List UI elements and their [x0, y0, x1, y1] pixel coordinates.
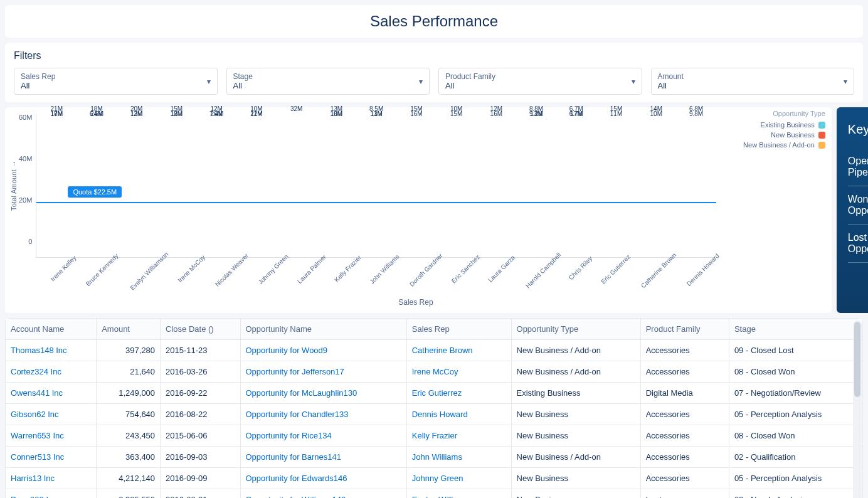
quota-line	[36, 202, 716, 203]
bar-column[interactable]: 9.2M13M8.8M	[516, 114, 556, 257]
table-cell: 2015-11-23	[161, 340, 240, 361]
bar-column[interactable]: 12M13M20M	[117, 114, 157, 257]
table-cell: Warren653 Inc	[6, 425, 97, 447]
table-cell: 1,249,000	[97, 383, 161, 404]
bar-column[interactable]: 16M12M	[476, 114, 516, 257]
table-header[interactable]: Account Name	[6, 319, 97, 340]
table-cell: Thomas148 Inc	[6, 340, 97, 361]
bar-column[interactable]: 10M14M	[636, 114, 676, 257]
table-cell: Opportunity for Chandler133	[240, 404, 406, 425]
table-cell: Dean902 Inc	[6, 489, 97, 499]
chevron-down-icon: ▾	[207, 77, 211, 86]
bar-column[interactable]: 11M13M8.5M	[356, 114, 396, 257]
filters-card: Filters Sales RepAll▾StageAll▾Product Fa…	[5, 43, 863, 102]
bar-column[interactable]: 11M15M	[596, 114, 637, 257]
table-cell: 754,640	[97, 404, 161, 425]
x-axis-title: Sales Rep	[9, 298, 823, 307]
table-cell: 03 - Needs Analysis	[729, 489, 862, 499]
metric-row: Open Pipeline231.4M	[848, 148, 868, 186]
bar-column[interactable]: 18M17M21M	[36, 114, 77, 257]
bar-column[interactable]: 32M	[277, 114, 317, 257]
table-cell: New Business	[511, 489, 640, 499]
table-header[interactable]: Close Date ()	[161, 319, 240, 340]
table-cell: 2016-09-09	[161, 468, 240, 489]
table-cell: 2016-08-22	[161, 404, 240, 425]
key-metrics-card: Key Metrics Open Pipeline231.4MWon Oppor…	[837, 107, 868, 313]
bar-top-label: 21M	[46, 105, 67, 112]
table-row[interactable]: Warren653 Inc243,4502015-06-06Opportunit…	[6, 425, 863, 447]
bar-top-label: 15M	[406, 105, 427, 112]
bar-top-label: 15M	[606, 105, 627, 112]
table-cell: Opportunity for Rice134	[240, 425, 406, 447]
table-cell: 2,305,550	[97, 489, 161, 499]
table-cell: Conner513 Inc	[6, 447, 97, 468]
bar-top-label: 20M	[126, 105, 147, 112]
bar-top-label: 6.7M	[566, 105, 587, 112]
table-header[interactable]: Amount	[97, 319, 161, 340]
chart-plot[interactable]: 18M17M21M6.5M24M18M12M13M20M12M18M15M7.4…	[36, 114, 716, 258]
table-header[interactable]: Sales Rep	[406, 319, 511, 340]
table-cell: Accessories	[640, 340, 729, 361]
opportunity-table-card: Account NameAmountClose Date ()Opportuni…	[5, 318, 863, 498]
scroll-thumb[interactable]	[854, 322, 860, 397]
bar-column[interactable]: 6.5M24M18M	[77, 114, 117, 257]
metric-label: Won Opportunities	[848, 194, 868, 216]
table-cell: John Williams	[406, 447, 511, 468]
table-row[interactable]: Conner513 Inc363,4002016-09-03Opportunit…	[6, 447, 863, 468]
filter-amount[interactable]: AmountAll▾	[651, 68, 855, 95]
bar-column[interactable]: 11M22M10M	[236, 114, 277, 257]
table-cell: Gibson62 Inc	[6, 404, 97, 425]
table-row[interactable]: Owens441 Inc1,249,0002016-09-22Opportuni…	[6, 383, 863, 404]
table-cell: 397,280	[97, 340, 161, 361]
table-cell: 07 - Negotiation/Review	[729, 383, 862, 404]
bar-column[interactable]: 7.4M26M12M	[196, 114, 236, 257]
table-cell: Accessories	[640, 361, 729, 383]
table-cell: 2016-09-03	[161, 447, 240, 468]
table-cell: Opportunity for Williams149	[240, 489, 406, 499]
chevron-down-icon: ▾	[844, 77, 847, 86]
bar-column[interactable]: 10M18M13M	[317, 114, 357, 257]
table-cell: Johnny Green	[406, 468, 511, 489]
bar-column[interactable]: 6.7M17M6.7M	[556, 114, 596, 257]
bar-column[interactable]: 12M18M15M	[157, 114, 197, 257]
metric-label: Lost Opportunities	[848, 232, 868, 255]
bar-column[interactable]: 16M15M	[396, 114, 437, 257]
table-cell: 363,400	[97, 447, 161, 468]
table-cell: 09 - Closed Lost	[729, 340, 862, 361]
table-cell: New Business / Add-on	[511, 361, 640, 383]
table-row[interactable]: Dean902 Inc2,305,5502016-08-21Opportunit…	[6, 489, 863, 499]
table-row[interactable]: Cortez324 Inc21,6402016-03-26Opportunity…	[6, 361, 863, 383]
filter-sales-rep[interactable]: Sales RepAll▾	[14, 68, 218, 95]
page-title: Sales Performance	[13, 13, 855, 30]
bar-top-label: 13M	[326, 105, 347, 112]
metric-row: Lost Opportunities139.9M	[848, 225, 868, 263]
table-scrollbar[interactable]	[853, 321, 862, 498]
table-header[interactable]: Opportunity Name	[240, 319, 406, 340]
bar-top-label: 14M	[645, 105, 667, 112]
table-cell: Opportunity for Wood9	[240, 340, 406, 361]
table-row[interactable]: Gibson62 Inc754,6402016-08-22Opportunity…	[6, 404, 863, 425]
table-header[interactable]: Opportunity Type	[511, 319, 640, 340]
bar-column[interactable]: 9.8M6.8M	[676, 114, 716, 257]
table-row[interactable]: Harris13 Inc4,212,1402016-09-09Opportuni…	[6, 468, 863, 489]
table-cell: Eric Gutierrez	[406, 383, 511, 404]
filter-product-family[interactable]: Product FamilyAll▾	[438, 68, 642, 95]
table-cell: Opportunity for Barnes141	[240, 447, 406, 468]
bar-top-label: 10M	[246, 105, 267, 112]
table-header[interactable]: Product Family	[640, 319, 729, 340]
table-cell: Irene McCoy	[406, 361, 511, 383]
table-cell: 08 - Closed Won	[729, 361, 862, 383]
table-cell: Opportunity for Edwards146	[240, 468, 406, 489]
table-cell: 2015-06-06	[161, 425, 240, 447]
table-cell: 2016-03-26	[161, 361, 240, 383]
table-row[interactable]: Thomas148 Inc397,2802015-11-23Opportunit…	[6, 340, 863, 361]
bar-column[interactable]: 15M10M	[437, 114, 477, 257]
title-card: Sales Performance	[5, 5, 863, 38]
y-axis-title: Total Amount →	[9, 114, 19, 258]
bar-top-label: 8.5M	[366, 105, 387, 112]
filter-stage[interactable]: StageAll▾	[226, 68, 430, 95]
table-cell: 2016-09-22	[161, 383, 240, 404]
table-cell: Dennis Howard	[406, 404, 511, 425]
opportunity-table: Account NameAmountClose Date ()Opportuni…	[5, 318, 863, 498]
table-header[interactable]: Stage	[729, 319, 862, 340]
